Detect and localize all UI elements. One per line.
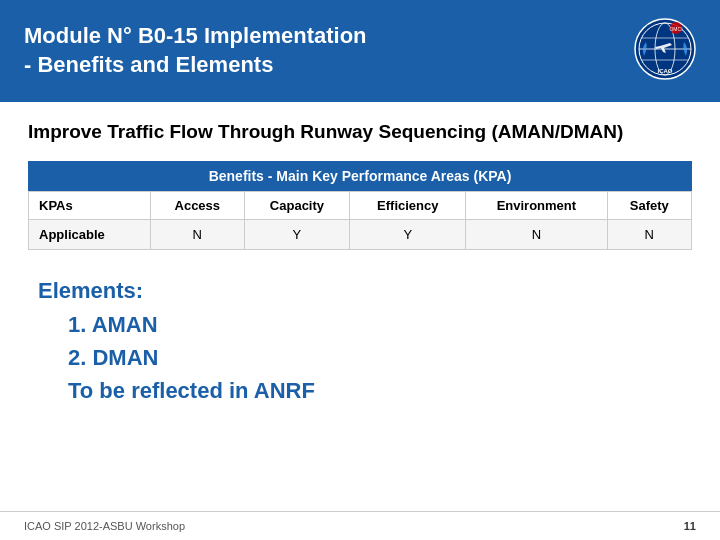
col-kpas: KPAs: [29, 191, 151, 219]
header-title-line1: Module N° B0-15 Implementation: [24, 23, 367, 48]
header: Module N° B0-15 Implementation - Benefit…: [0, 0, 720, 102]
row-label: Applicable: [29, 219, 151, 249]
page-container: Module N° B0-15 Implementation - Benefit…: [0, 0, 720, 540]
elements-section: Elements: 1. AMAN 2. DMAN To be reflecte…: [28, 278, 692, 407]
row-access: N: [151, 219, 245, 249]
table-column-headers: KPAs Access Capacity Efficiency Environm…: [29, 191, 692, 219]
benefits-table-container: Benefits - Main Key Performance Areas (K…: [28, 161, 692, 250]
row-capacity: Y: [244, 219, 350, 249]
col-environment: Environment: [466, 191, 607, 219]
header-logo: ICAO OMCI: [634, 18, 696, 84]
footer: ICAO SIP 2012-ASBU Workshop 11: [0, 511, 720, 540]
col-capacity: Capacity: [244, 191, 350, 219]
elements-list: 1. AMAN 2. DMAN To be reflected in ANRF: [38, 308, 692, 407]
row-environment: N: [466, 219, 607, 249]
benefits-table: KPAs Access Capacity Efficiency Environm…: [28, 191, 692, 250]
subtitle: Improve Traffic Flow Through Runway Sequ…: [28, 120, 692, 145]
svg-text:ICAO: ICAO: [658, 68, 673, 74]
col-safety: Safety: [607, 191, 691, 219]
header-title: Module N° B0-15 Implementation - Benefit…: [24, 22, 367, 79]
elements-title: Elements:: [38, 278, 692, 304]
row-safety: N: [607, 219, 691, 249]
element-item-3: To be reflected in ANRF: [68, 374, 692, 407]
col-efficiency: Efficiency: [350, 191, 466, 219]
header-title-line2: - Benefits and Elements: [24, 52, 273, 77]
table-row: Applicable N Y Y N N: [29, 219, 692, 249]
element-item-1: 1. AMAN: [68, 308, 692, 341]
main-content: Improve Traffic Flow Through Runway Sequ…: [0, 102, 720, 511]
footer-workshop: ICAO SIP 2012-ASBU Workshop: [24, 520, 185, 532]
element-item-2: 2. DMAN: [68, 341, 692, 374]
col-access: Access: [151, 191, 245, 219]
benefits-table-title: Benefits - Main Key Performance Areas (K…: [28, 161, 692, 191]
row-efficiency: Y: [350, 219, 466, 249]
svg-text:OMCI: OMCI: [669, 26, 682, 32]
footer-page: 11: [684, 520, 696, 532]
